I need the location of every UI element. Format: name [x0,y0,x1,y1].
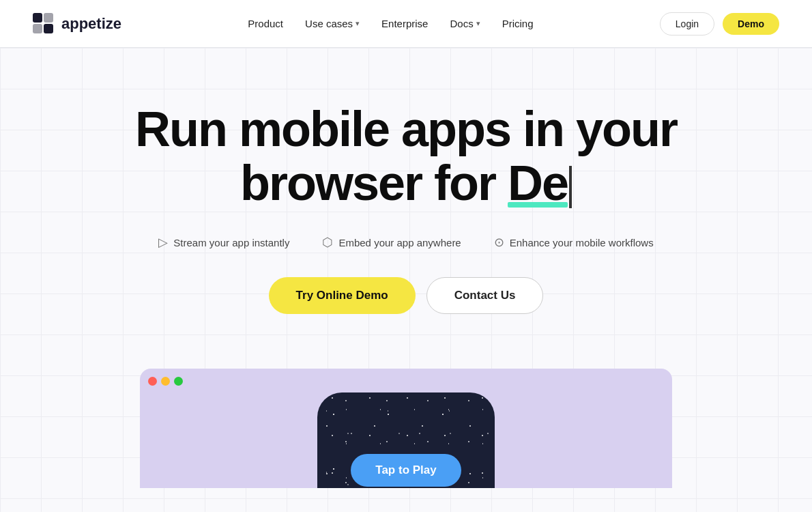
play-icon: ▷ [158,235,168,250]
chevron-down-icon-docs: ▾ [476,19,480,28]
feature-embed: ⬡ Embed your app anywhere [322,235,461,250]
contact-button[interactable]: Contact Us [426,277,544,314]
nav-links: Product Use cases ▾ Enterprise Docs ▾ Pr… [248,18,533,29]
tap-to-play-button[interactable]: Tap to Play [351,454,461,487]
browser-traffic-lights [148,377,183,386]
navbar: appetize Product Use cases ▾ Enterprise … [0,0,812,48]
feature-enhance: ⊙ Enhance your mobile workflows [494,235,654,250]
svg-rect-1 [44,13,53,23]
hero-section: Run mobile apps in your browser for De ▷… [0,48,812,512]
demo-button[interactable]: Demo [723,13,779,35]
workflow-icon: ⊙ [494,235,504,250]
nav-actions: Login Demo [660,12,779,35]
hexagon-icon: ⬡ [322,235,333,250]
dot-yellow [161,377,170,386]
text-cursor [569,166,572,208]
svg-rect-2 [33,24,42,33]
dot-green [174,377,183,386]
login-button[interactable]: Login [660,12,714,35]
try-demo-button[interactable]: Try Online Demo [269,277,416,314]
logo-text: appetize [61,15,121,33]
nav-pricing[interactable]: Pricing [502,18,534,29]
dot-red [148,377,157,386]
hero-content: Run mobile apps in your browser for De ▷… [0,48,812,341]
hero-features: ▷ Stream your app instantly ⬡ Embed your… [158,235,653,250]
nav-enterprise[interactable]: Enterprise [381,18,428,29]
phone-mockup: Tap to Play [317,392,495,488]
hero-buttons: Try Online Demo Contact Us [269,277,544,314]
logo-icon [33,13,55,35]
nav-use-cases[interactable]: Use cases ▾ [305,18,360,29]
nav-product[interactable]: Product [248,18,283,29]
hero-bottom: Tap to Play [0,369,812,488]
logo[interactable]: appetize [33,13,121,35]
hero-title-highlight: De [508,156,568,210]
browser-window: Tap to Play [140,369,672,488]
chevron-down-icon: ▾ [356,19,360,28]
feature-stream: ▷ Stream your app instantly [158,235,289,250]
hero-title: Run mobile apps in your browser for De [135,102,677,210]
nav-docs[interactable]: Docs ▾ [450,18,480,29]
svg-rect-3 [44,24,53,33]
svg-rect-0 [33,13,42,23]
